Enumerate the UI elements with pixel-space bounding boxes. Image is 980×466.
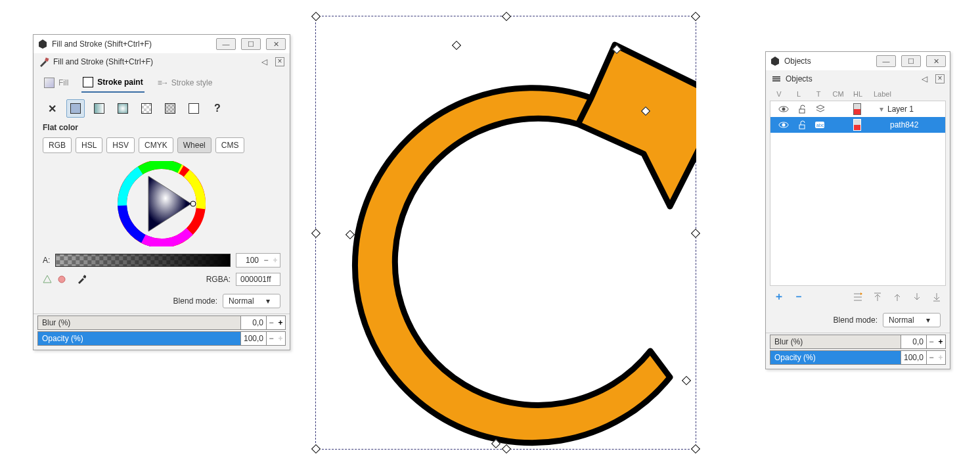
blur-slider[interactable]: Blur (%) (770, 335, 901, 349)
tab-fill-label: Fill (58, 78, 68, 87)
opacity-slider[interactable]: Opacity (%) (770, 350, 901, 365)
col-hl: HL (850, 90, 866, 98)
titlebar[interactable]: Fill and Stroke (Shift+Ctrl+F) — ☐ ✕ (33, 35, 290, 53)
paint-type-row: ✕ ? (33, 93, 290, 120)
alpha-inc[interactable]: + (271, 256, 280, 265)
path-row[interactable]: abc path842 (770, 117, 945, 133)
move-bottom-icon[interactable] (931, 292, 942, 302)
minimize-button[interactable]: — (876, 55, 896, 67)
blur-value[interactable]: 0,0 (241, 315, 267, 330)
paint-swatch-button[interactable] (161, 99, 179, 118)
alpha-dec[interactable]: − (261, 256, 271, 265)
remove-button[interactable]: － (793, 290, 804, 304)
opacity-value[interactable]: 100,0 (901, 350, 927, 365)
maximize-button[interactable]: ☐ (901, 55, 921, 67)
paint-radial-button[interactable] (114, 99, 132, 118)
blur-slider[interactable]: Blur (%) (37, 315, 241, 330)
move-top-icon[interactable] (872, 292, 883, 302)
layer-stack-icon (815, 105, 826, 114)
hl-cell[interactable] (849, 119, 865, 131)
color-wheel[interactable] (33, 158, 290, 250)
mode-hsv[interactable]: HSV (106, 137, 135, 153)
paint-help-button[interactable]: ? (208, 99, 227, 118)
layers-icon (771, 74, 782, 84)
alpha-slider[interactable] (55, 254, 231, 267)
titlebar[interactable]: Objects — ☐ ✕ (766, 52, 950, 70)
svg-point-16 (782, 108, 786, 111)
col-cm: CM (830, 90, 846, 98)
close-button[interactable]: ✕ (926, 55, 946, 67)
tab-stroke-style[interactable]: ≡→ Stroke style (156, 76, 214, 91)
object-list[interactable]: ▾ Layer 1 abc path842 (770, 101, 946, 286)
arrow-shape[interactable] (315, 16, 696, 450)
layer-label-cell[interactable]: ▾ Layer 1 (868, 103, 940, 115)
color-mode-row: RGB HSL HSV CMYK Wheel CMS (33, 135, 290, 158)
tab-fill[interactable]: Fill (43, 75, 70, 92)
opacity-inc[interactable]: + (276, 334, 285, 343)
paint-pattern-button[interactable] (137, 99, 156, 118)
mode-cms[interactable]: CMS (215, 137, 245, 153)
dock-left-button[interactable]: ◁ (261, 57, 267, 66)
col-t: T (811, 90, 826, 98)
hl-cell[interactable] (849, 103, 865, 115)
alpha-value-box[interactable]: 100 − + (236, 253, 280, 268)
color-managed-icon[interactable] (43, 275, 52, 284)
lock-open-icon (797, 120, 807, 129)
rgba-label: RGBA: (206, 275, 231, 284)
blend-combo[interactable]: Normal ▾ (883, 313, 941, 327)
opacity-value[interactable]: 100,0 (241, 331, 267, 346)
paint-none-button[interactable]: ✕ (43, 99, 61, 118)
svg-rect-20 (799, 125, 805, 129)
opacity-row: Opacity (%) 100,0 −+ (37, 331, 286, 346)
panel-sub-title: Fill and Stroke (Shift+Ctrl+F) (53, 57, 257, 66)
dock-left-button[interactable]: ◁ (922, 74, 927, 83)
blend-label: Blend mode: (173, 296, 217, 306)
opacity-dec[interactable]: − (927, 353, 936, 362)
panel-subheader: Objects ◁ × (766, 70, 950, 87)
mode-rgb[interactable]: RGB (43, 137, 72, 153)
opacity-inc[interactable]: + (936, 353, 945, 362)
mode-wheel[interactable]: Wheel (177, 137, 212, 153)
visibility-toggle[interactable] (776, 119, 791, 131)
lock-toggle[interactable] (794, 119, 810, 131)
eyedropper-icon[interactable] (77, 275, 86, 284)
sliders: Blur (%) 0,0 −+ Opacity (%) 100,0 −+ (766, 333, 950, 369)
tab-stroke-paint[interactable]: Stroke paint (81, 74, 144, 93)
minimize-button[interactable]: — (216, 38, 236, 50)
opacity-slider[interactable]: Opacity (%) (37, 331, 241, 346)
blur-inc[interactable]: + (276, 318, 285, 327)
paint-unknown-button[interactable] (185, 99, 203, 118)
paint-linear-button[interactable] (90, 99, 108, 118)
alpha-row: A: 100 − + (33, 250, 290, 270)
blur-value[interactable]: 0,0 (901, 335, 927, 349)
canvas[interactable] (315, 16, 696, 450)
rgba-input[interactable]: 000001ff (236, 273, 280, 286)
expand-icon[interactable]: ▾ (880, 105, 883, 114)
blend-value: Normal (889, 315, 914, 325)
tabs: Fill Stroke paint ≡→ Stroke style (33, 70, 290, 93)
maximize-button[interactable]: ☐ (241, 38, 261, 50)
collapse-all-icon[interactable] (853, 292, 863, 302)
move-up-icon[interactable] (892, 292, 902, 302)
blur-dec[interactable]: − (927, 337, 936, 346)
out-of-gamut-icon[interactable] (57, 275, 66, 284)
visibility-toggle[interactable] (776, 103, 791, 115)
close-button[interactable]: ✕ (266, 38, 286, 50)
opacity-row: Opacity (%) 100,0 −+ (770, 350, 946, 365)
layer-row[interactable]: ▾ Layer 1 (770, 101, 945, 117)
blur-inc[interactable]: + (936, 337, 945, 346)
blend-value: Normal (229, 296, 254, 306)
panel-close-button[interactable]: × (935, 74, 945, 83)
stroke-style-icon: ≡→ (158, 78, 167, 87)
blur-dec[interactable]: − (267, 318, 276, 327)
move-down-icon[interactable] (912, 292, 922, 302)
lock-toggle[interactable] (794, 103, 810, 115)
paint-flat-button[interactable] (66, 99, 85, 118)
blend-combo[interactable]: Normal ▾ (223, 294, 280, 308)
panel-close-button[interactable]: × (275, 57, 284, 66)
opacity-dec[interactable]: − (267, 334, 276, 343)
mode-hsl[interactable]: HSL (76, 137, 102, 153)
path-label-cell[interactable]: path842 (868, 119, 940, 131)
add-button[interactable]: ＋ (774, 290, 784, 304)
mode-cmyk[interactable]: CMYK (139, 137, 173, 153)
